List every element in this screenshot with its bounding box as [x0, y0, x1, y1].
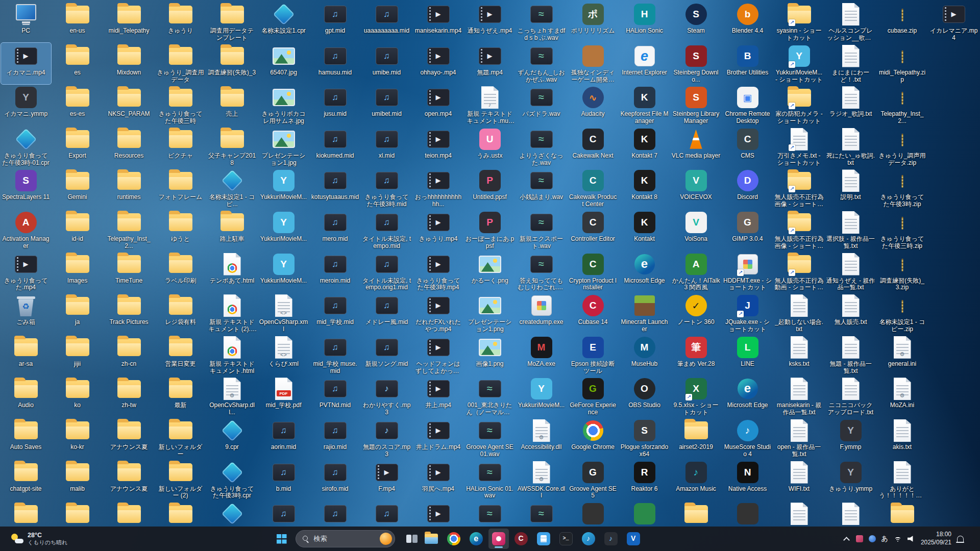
desktop-icon[interactable]: きゅうり食ってた午後三時 — [156, 84, 206, 126]
desktop-icon[interactable]: きゅうり — [156, 1, 206, 43]
desktop-icon[interactable]: 001_東北きりたん（ノーマル）_今じゃ... — [465, 375, 515, 417]
desktop-icon[interactable]: こっちょh すまdf d s b ぶ.wav — [517, 1, 567, 43]
desktop-icon[interactable]: 無題.mp4 — [465, 43, 515, 85]
desktop-icon[interactable]: よりうざくなった.wav — [517, 126, 567, 168]
desktop-icon[interactable]: アナウンス夏 — [104, 417, 154, 459]
desktop-icon[interactable]: 最新 — [156, 375, 206, 417]
desktop-icon[interactable]: きゅうり食ってた午後三時.zip — [877, 209, 927, 251]
desktop-icon[interactable]: xl.mid — [362, 126, 412, 168]
desktop-icon[interactable]: 新しいフォルダー — [156, 417, 206, 459]
tray-app-icon-1[interactable] — [856, 535, 863, 542]
desktop-icon[interactable]: KKontakt 8 — [620, 167, 670, 209]
desktop-icon[interactable]: Telepathy_Inst_2... — [877, 84, 927, 126]
tray-clock[interactable]: 18:00 2025/09/21 — [921, 531, 951, 546]
desktop-icon[interactable]: ⚙MoZA.ini — [877, 375, 927, 417]
desktop-icon[interactable]: 路上駐車 — [207, 209, 257, 251]
desktop-icon[interactable]: gpt.mid — [310, 1, 360, 43]
desktop-icon[interactable]: MMuseHub — [620, 334, 670, 376]
desktop-icon[interactable]: Mixdown — [104, 43, 154, 85]
desktop-icon[interactable]: きゅうりボカコレ用サムネ.jpg — [259, 84, 309, 126]
desktop-icon[interactable]: DDiscord — [723, 167, 773, 209]
desktop-icon[interactable]: SSpectraLayers 11 — [1, 167, 51, 209]
desktop-icon[interactable]: YYukkuriMovieM... — [259, 251, 309, 293]
desktop-icon[interactable]: パズドラ.wav — [517, 84, 567, 126]
desktop-icon[interactable]: きゅうり_調声用データ.zip — [877, 126, 927, 168]
desktop-icon[interactable]: Track Pictures — [104, 292, 154, 334]
desktop-icon[interactable]: mid_学校.mid — [310, 292, 360, 334]
desktop-icon[interactable]: kiokumed.mid — [310, 126, 360, 168]
desktop-icon[interactable]: ∿Audacity — [568, 84, 618, 126]
desktop-icon[interactable]: midi_Telepathy.zip — [877, 43, 927, 85]
desktop-icon[interactable]: ずんだもん_しおかぜふ.wav — [517, 43, 567, 85]
desktop-icon[interactable]: タイトル未設定, tempo.mid — [362, 209, 412, 251]
desktop-icon[interactable]: イカマニ.mp4 — [1, 43, 51, 85]
notification-bell-icon[interactable] — [957, 536, 964, 542]
desktop-icon[interactable]: Gemini — [53, 167, 103, 209]
desktop-icon[interactable]: hamusu.mid — [310, 43, 360, 85]
desktop-icon[interactable]: 名称未設定1.cpr — [259, 1, 309, 43]
desktop-icon[interactable]: 無題 - 親作品一覧.txt — [826, 334, 876, 376]
desktop-icon[interactable]: X9.5.xlsx - ショートカット — [671, 375, 721, 417]
desktop-icon[interactable]: b.mid — [259, 459, 309, 501]
desktop-icon[interactable]: KKontakt 7 — [620, 126, 670, 168]
desktop-icon[interactable]: 新規エクスポート.wav — [517, 209, 567, 251]
desktop-icon[interactable]: cubase.zip — [877, 1, 927, 43]
desktop-icon[interactable]: CCubase 14 — [568, 292, 618, 334]
desktop-icon[interactable]: CController Editor — [568, 209, 618, 251]
desktop-icon[interactable]: 名称未設定1 - コピ... — [207, 167, 257, 209]
desktop-icon[interactable]: en-us — [53, 1, 103, 43]
desktop-icon[interactable]: ohhayo-.mp4 — [413, 43, 463, 85]
desktop-icon[interactable]: ⚙AWSSDK.Core.dll — [517, 459, 567, 501]
desktop-icon[interactable]: 無題のスコア.mp3 — [362, 417, 412, 459]
desktop-icon[interactable]: <>OpenCvSharp.xml — [259, 292, 309, 334]
desktop-icon[interactable]: runtimes — [104, 167, 154, 209]
desktop-icon[interactable]: YYukkuriMovieM... - ショートカット — [774, 43, 824, 85]
desktop-icon[interactable]: 通知うぜえ.mp4 — [465, 1, 515, 43]
desktop-icon[interactable]: umibe.mid — [362, 43, 412, 85]
desktop-icon[interactable]: メドレー風.mid — [362, 292, 412, 334]
desktop-icon[interactable]: zh-cn — [104, 334, 154, 376]
taskbar-app-musescore[interactable] — [578, 529, 599, 549]
desktop-icon[interactable]: アナウンス夏 — [104, 459, 154, 501]
desktop-icon[interactable]: 新しいフォルダー (2) — [156, 459, 206, 501]
desktop-icon[interactable]: Aかんたん！AITalk 3 関西風 — [671, 251, 721, 293]
desktop-icon[interactable]: プレゼンテーション1.png — [465, 292, 515, 334]
desktop-icon[interactable]: WIFI.txt — [774, 459, 824, 501]
taskbar-app-terminal[interactable] — [556, 529, 576, 549]
desktop-icon[interactable]: ✓ノートン 360 — [671, 292, 721, 334]
desktop-icon[interactable]: 死にたい_ゅ歌詞.txt — [826, 126, 876, 168]
desktop-icon[interactable]: ラジオ_歌詞.txt — [826, 84, 876, 126]
desktop-icon[interactable]: Resources — [104, 126, 154, 168]
desktop-icon[interactable]: SPlogue sforzando x64 — [620, 417, 670, 459]
desktop-icon[interactable]: 筆筆まめ Ver.28 — [671, 334, 721, 376]
desktop-icon[interactable]: uaaaaaaaaa.mid — [362, 1, 412, 43]
desktop-icon[interactable]: 家の防犯カメラ - ショートカット — [774, 84, 824, 126]
desktop-icon[interactable]: PVTNd.mid — [310, 375, 360, 417]
desktop-icon[interactable]: ko-kr — [53, 417, 103, 459]
desktop-icon[interactable]: わかりやすく.mp3 — [362, 375, 412, 417]
desktop-icon[interactable]: 調査用データテンプレート — [207, 1, 257, 43]
desktop-icon[interactable]: 通知うぜえ - 親作品一覧.txt — [826, 251, 876, 293]
desktop-icon[interactable]: RReaktor 6 — [620, 459, 670, 501]
desktop-icon[interactable]: ヘルスコンプレッション__歌詞.txt — [826, 1, 876, 43]
desktop-icon[interactable]: jusu.mid — [310, 84, 360, 126]
taskbar-app-notepad[interactable] — [533, 529, 554, 549]
desktop-icon[interactable]: malib — [53, 459, 103, 501]
desktop-icon[interactable]: VVoiSona — [671, 209, 721, 251]
desktop-icon[interactable]: 万引きメモ.txt - ショートカット — [774, 126, 824, 168]
desktop-icon[interactable]: 説明.txt — [826, 167, 876, 209]
desktop-icon[interactable]: HHALion Sonic — [620, 1, 670, 43]
desktop-icon[interactable]: sirofo.mid — [310, 459, 360, 501]
desktop-icon[interactable]: syasinn - ショートカット — [774, 1, 824, 43]
desktop-icon[interactable]: es-es — [53, 84, 103, 126]
desktop-icon[interactable]: Audio — [1, 375, 51, 417]
desktop-icon[interactable]: NKSC_PARAM — [104, 84, 154, 126]
desktop-icon[interactable]: F.mp4 — [362, 459, 412, 501]
desktop-icon[interactable]: EEpson 接続診断ツール — [568, 334, 618, 376]
desktop-icon[interactable]: VVOICEVOX — [671, 167, 721, 209]
desktop-icon[interactable]: YYukkuriMovieM... — [259, 167, 309, 209]
desktop-icon[interactable]: zh-tw — [104, 375, 154, 417]
desktop-icon[interactable]: きゅうり食ってた.mp4 — [1, 251, 51, 293]
desktop-icon[interactable]: ヘッドフォンはずしてよかった.mp4 — [413, 334, 463, 376]
desktop-icon[interactable]: ♪Amazon Music — [671, 459, 721, 501]
